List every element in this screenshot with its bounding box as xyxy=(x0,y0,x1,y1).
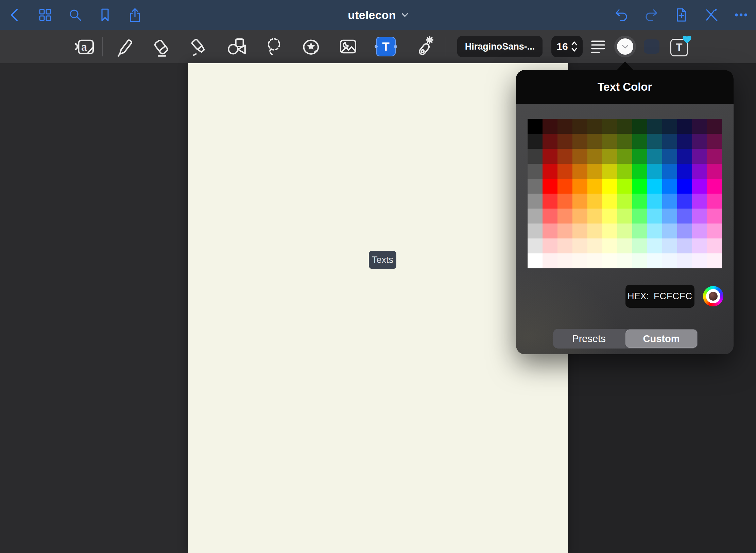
color-swatch[interactable] xyxy=(677,209,692,224)
color-swatch[interactable] xyxy=(662,253,677,268)
color-swatch[interactable] xyxy=(707,119,722,134)
color-swatch[interactable] xyxy=(617,238,632,253)
color-swatch[interactable] xyxy=(528,119,543,134)
text-object[interactable]: Texts xyxy=(369,251,396,269)
color-swatch[interactable] xyxy=(677,149,692,164)
color-swatch[interactable] xyxy=(692,194,707,209)
color-swatch[interactable] xyxy=(602,209,617,224)
laser-pointer-tool[interactable] xyxy=(411,34,436,59)
inactive-color-swatch[interactable] xyxy=(644,39,659,54)
color-swatch[interactable] xyxy=(707,164,722,179)
color-swatch[interactable] xyxy=(647,194,662,209)
color-swatch[interactable] xyxy=(617,194,632,209)
color-swatch[interactable] xyxy=(572,179,587,194)
color-swatch[interactable] xyxy=(587,209,602,224)
color-swatch[interactable] xyxy=(632,179,647,194)
color-swatch[interactable] xyxy=(587,119,602,134)
color-swatch[interactable] xyxy=(528,224,543,238)
color-swatch[interactable] xyxy=(692,119,707,134)
color-swatch[interactable] xyxy=(602,119,617,134)
color-swatch[interactable] xyxy=(677,224,692,238)
color-swatch[interactable] xyxy=(528,164,543,179)
color-swatch[interactable] xyxy=(692,149,707,164)
color-swatch[interactable] xyxy=(617,119,632,134)
color-swatch[interactable] xyxy=(632,224,647,238)
color-swatch[interactable] xyxy=(647,179,662,194)
color-swatch[interactable] xyxy=(662,164,677,179)
color-swatch[interactable] xyxy=(647,119,662,134)
color-swatch[interactable] xyxy=(543,149,557,164)
color-swatch[interactable] xyxy=(557,119,572,134)
color-swatch[interactable] xyxy=(632,149,647,164)
color-swatch[interactable] xyxy=(617,224,632,238)
color-swatch[interactable] xyxy=(543,209,557,224)
color-swatch[interactable] xyxy=(572,119,587,134)
color-swatch[interactable] xyxy=(587,179,602,194)
color-swatch[interactable] xyxy=(557,253,572,268)
color-swatch[interactable] xyxy=(557,134,572,149)
color-swatch[interactable] xyxy=(587,253,602,268)
color-swatch[interactable] xyxy=(662,194,677,209)
color-swatch[interactable] xyxy=(662,179,677,194)
color-swatch[interactable] xyxy=(572,164,587,179)
color-swatch[interactable] xyxy=(543,224,557,238)
color-swatch[interactable] xyxy=(557,194,572,209)
color-swatch[interactable] xyxy=(647,238,662,253)
color-swatch[interactable] xyxy=(572,224,587,238)
color-swatch[interactable] xyxy=(617,253,632,268)
color-swatch[interactable] xyxy=(677,253,692,268)
favorite-text-style-button[interactable]: T xyxy=(668,35,691,58)
color-swatch[interactable] xyxy=(587,238,602,253)
color-swatch[interactable] xyxy=(528,238,543,253)
color-swatch[interactable] xyxy=(617,134,632,149)
image-tool[interactable] xyxy=(336,34,360,59)
color-swatch[interactable] xyxy=(662,238,677,253)
color-swatch[interactable] xyxy=(528,179,543,194)
shapes-tool[interactable] xyxy=(224,34,248,59)
color-swatch[interactable] xyxy=(602,253,617,268)
color-swatch[interactable] xyxy=(543,179,557,194)
color-swatch[interactable] xyxy=(632,253,647,268)
color-swatch[interactable] xyxy=(707,238,722,253)
color-swatch[interactable] xyxy=(677,194,692,209)
stylus-disable-button[interactable] xyxy=(702,6,720,24)
font-size-stepper[interactable]: 16 xyxy=(551,36,583,57)
color-swatch[interactable] xyxy=(707,149,722,164)
eraser-tool[interactable] xyxy=(149,34,174,59)
color-swatch[interactable] xyxy=(647,134,662,149)
color-swatch[interactable] xyxy=(572,149,587,164)
elements-tool[interactable] xyxy=(299,34,323,59)
color-swatch[interactable] xyxy=(647,149,662,164)
color-swatch[interactable] xyxy=(602,194,617,209)
color-swatch[interactable] xyxy=(602,179,617,194)
color-swatch[interactable] xyxy=(557,149,572,164)
text-color-button[interactable] xyxy=(614,36,636,57)
color-swatch[interactable] xyxy=(632,134,647,149)
color-swatch[interactable] xyxy=(587,164,602,179)
color-swatch[interactable] xyxy=(707,224,722,238)
color-swatch[interactable] xyxy=(707,253,722,268)
color-swatch[interactable] xyxy=(528,253,543,268)
color-swatch[interactable] xyxy=(647,209,662,224)
color-swatch[interactable] xyxy=(617,149,632,164)
color-swatch[interactable] xyxy=(557,164,572,179)
color-swatch[interactable] xyxy=(543,238,557,253)
zoom-window-tool[interactable]: a xyxy=(73,34,98,59)
color-swatch[interactable] xyxy=(632,194,647,209)
color-swatch[interactable] xyxy=(692,238,707,253)
color-swatch[interactable] xyxy=(602,164,617,179)
pen-tool[interactable] xyxy=(112,34,137,59)
color-swatch[interactable] xyxy=(662,209,677,224)
color-swatch[interactable] xyxy=(572,253,587,268)
color-swatch[interactable] xyxy=(677,134,692,149)
color-swatch[interactable] xyxy=(617,164,632,179)
color-swatch[interactable] xyxy=(707,209,722,224)
text-alignment-button[interactable] xyxy=(587,37,609,56)
add-page-button[interactable] xyxy=(672,6,690,24)
color-swatch[interactable] xyxy=(602,134,617,149)
color-swatch[interactable] xyxy=(692,164,707,179)
color-swatch[interactable] xyxy=(692,209,707,224)
color-swatch[interactable] xyxy=(557,224,572,238)
color-swatch[interactable] xyxy=(587,149,602,164)
color-swatch[interactable] xyxy=(543,134,557,149)
